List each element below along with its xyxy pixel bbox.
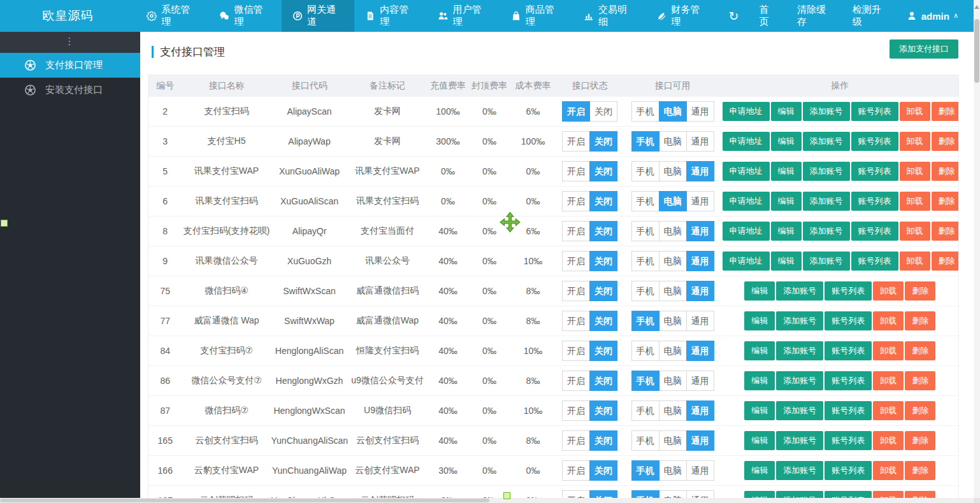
uninstall-button[interactable]: 卸载 [873,371,904,390]
status-toggle-closed-button[interactable]: 关闭 [589,281,617,301]
add-account-button[interactable]: 添加账号 [776,371,823,390]
edit-button[interactable]: 编辑 [744,311,775,330]
delete-button[interactable]: 删除 [932,132,959,151]
vertical-scrollbar[interactable] [974,0,980,503]
status-toggle-open-button[interactable]: 开启 [562,400,590,421]
horizontal-scrollbar-thumb[interactable] [0,499,489,502]
status-toggle-closed-button[interactable]: 关闭 [589,341,617,361]
availability-toggle-pc-button[interactable]: 电脑 [659,371,687,391]
nav-link-2[interactable]: 清除缓存 [787,0,842,32]
nav-link-3[interactable]: 检测升级 [842,0,898,32]
availability-toggle-pc-button[interactable]: 电脑 [659,131,687,152]
delete-button[interactable]: 删除 [905,431,935,450]
add-account-button[interactable]: 添加账号 [776,311,823,330]
availability-toggle-all-button[interactable]: 通用 [686,341,714,361]
add-account-button[interactable]: 添加账号 [776,431,823,450]
account-list-button[interactable]: 账号列表 [825,341,872,360]
vertical-scrollbar-thumb[interactable] [974,19,979,83]
availability-toggle-all-button[interactable]: 通用 [686,281,714,301]
account-list-button[interactable]: 账号列表 [825,281,872,301]
account-list-button[interactable]: 账号列表 [851,132,898,151]
uninstall-button[interactable]: 卸载 [873,341,904,360]
add-account-button[interactable]: 添加账号 [776,281,823,301]
availability-toggle-all-button[interactable]: 通用 [686,371,714,391]
apply-address-button[interactable]: 申请地址 [723,222,770,241]
edit-button[interactable]: 编辑 [744,371,775,390]
nav-item-1[interactable]: 系统管理 [136,0,208,32]
availability-toggle-all-button[interactable]: 通用 [686,101,714,122]
account-list-button[interactable]: 账号列表 [825,371,872,390]
availability-toggle-mobile-button[interactable]: 手机 [631,460,659,481]
status-toggle-open-button[interactable]: 开启 [562,221,590,241]
account-list-button[interactable]: 账号列表 [851,102,898,121]
edit-button[interactable]: 编辑 [744,341,775,360]
user-menu[interactable]: admin ∧ [898,0,967,32]
scroll-up-arrow-icon[interactable] [974,5,979,9]
availability-toggle-all-button[interactable]: 通用 [686,400,714,421]
add-account-button[interactable]: 添加账号 [776,461,823,480]
availability-toggle-pc-button[interactable]: 电脑 [659,460,687,481]
status-toggle-open-button[interactable]: 开启 [562,101,590,122]
apply-address-button[interactable]: 申请地址 [723,162,770,181]
availability-toggle-mobile-button[interactable]: 手机 [631,131,659,152]
availability-toggle-pc-button[interactable]: 电脑 [659,311,687,331]
availability-toggle-all-button[interactable]: 通用 [686,460,714,481]
refresh-icon[interactable]: ↻ [718,0,749,32]
availability-toggle-pc-button[interactable]: 电脑 [659,101,687,122]
apply-address-button[interactable]: 申请地址 [723,102,770,121]
delete-button[interactable]: 删除 [932,251,959,271]
edit-button[interactable]: 编辑 [744,401,775,420]
delete-button[interactable]: 删除 [932,102,959,121]
availability-toggle-mobile-button[interactable]: 手机 [631,161,659,181]
uninstall-button[interactable]: 卸载 [900,251,930,271]
availability-toggle-pc-button[interactable]: 电脑 [659,251,687,271]
delete-button[interactable]: 删除 [905,401,935,420]
edit-button[interactable]: 编辑 [771,251,802,271]
account-list-button[interactable]: 账号列表 [851,222,898,241]
status-toggle-closed-button[interactable]: 关闭 [589,131,617,152]
delete-button[interactable]: 删除 [932,192,959,211]
add-account-button[interactable]: 添加账号 [803,251,850,271]
status-toggle-open-button[interactable]: 开启 [562,460,590,481]
delete-button[interactable]: 删除 [905,371,935,390]
availability-toggle-pc-button[interactable]: 电脑 [659,221,687,241]
availability-toggle-all-button[interactable]: 通用 [686,251,714,271]
nav-item-3[interactable]: 网关通道 [282,0,354,32]
uninstall-button[interactable]: 卸载 [900,162,930,181]
nav-item-6[interactable]: 商品管理 [500,0,573,32]
sidebar-item-1[interactable]: 支付接口管理 [0,53,140,78]
status-toggle-open-button[interactable]: 开启 [562,371,590,391]
status-toggle-closed-button[interactable]: 关闭 [589,371,617,391]
nav-item-2[interactable]: 微信管理 [208,0,281,32]
add-account-button[interactable]: 添加账号 [776,401,823,420]
apply-address-button[interactable]: 申请地址 [723,192,770,211]
sidebar-collapse-toggle[interactable]: ⋮ [0,32,140,53]
uninstall-button[interactable]: 卸载 [900,222,930,241]
availability-toggle-pc-button[interactable]: 电脑 [659,341,687,361]
availability-toggle-pc-button[interactable]: 电脑 [659,281,687,301]
uninstall-button[interactable]: 卸载 [873,401,904,420]
nav-item-8[interactable]: 财务管理 [645,0,718,32]
availability-toggle-mobile-button[interactable]: 手机 [631,281,659,301]
uninstall-button[interactable]: 卸载 [873,281,904,301]
sidebar-item-2[interactable]: 安装支付接口 [0,78,140,103]
status-toggle-closed-button[interactable]: 关闭 [589,311,617,331]
apply-address-button[interactable]: 申请地址 [723,132,770,151]
add-account-button[interactable]: 添加账号 [803,192,850,211]
account-list-button[interactable]: 账号列表 [825,311,872,330]
status-toggle-open-button[interactable]: 开启 [562,161,590,181]
availability-toggle-all-button[interactable]: 通用 [686,161,714,181]
status-toggle-open-button[interactable]: 开启 [562,311,590,331]
account-list-button[interactable]: 账号列表 [825,461,872,480]
delete-button[interactable]: 删除 [905,311,935,330]
account-list-button[interactable]: 账号列表 [825,431,872,450]
uninstall-button[interactable]: 卸载 [900,102,930,121]
edit-button[interactable]: 编辑 [744,461,775,480]
availability-toggle-all-button[interactable]: 通用 [686,221,714,241]
delete-button[interactable]: 删除 [905,461,935,480]
edit-button[interactable]: 编辑 [771,132,802,151]
status-toggle-closed-button[interactable]: 关闭 [589,161,617,181]
nav-item-7[interactable]: 交易明细 [573,0,645,32]
nav-item-5[interactable]: 用户管理 [427,0,500,32]
status-toggle-open-button[interactable]: 开启 [562,281,590,301]
